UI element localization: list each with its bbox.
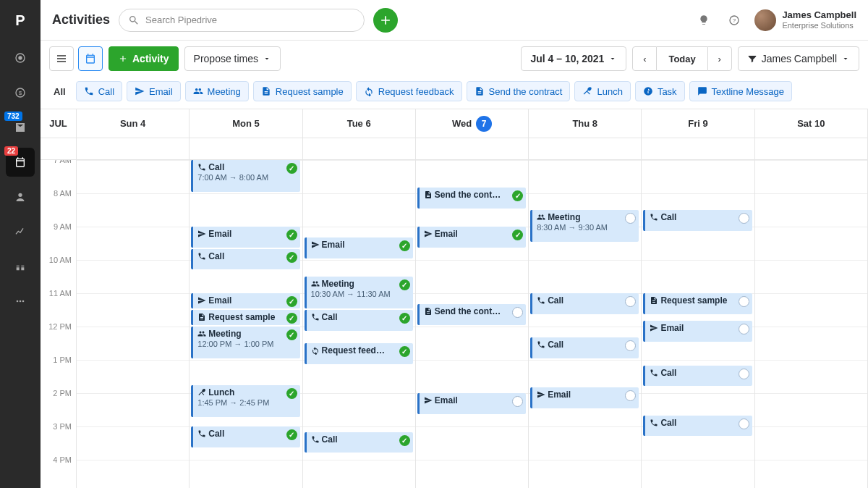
day-column[interactable]: EmailMeeting10:30 AM → 11:30 AMCallReque… (303, 160, 416, 488)
nav-activities[interactable]: 22 (6, 148, 35, 177)
status-open-icon[interactable] (739, 418, 749, 429)
event-call[interactable]: Call (191, 249, 299, 269)
day-column[interactable] (77, 160, 190, 488)
filter-chip-send-the-contract[interactable]: Send the contract (467, 81, 571, 101)
status-open-icon[interactable] (512, 307, 523, 318)
date-range-button[interactable]: Jul 4 – 10, 2021 (521, 46, 626, 71)
status-done-icon[interactable] (286, 230, 297, 240)
filter-chip-email[interactable]: Email (127, 81, 181, 101)
doc-icon (424, 190, 433, 199)
event-email[interactable]: Email (417, 227, 526, 248)
status-done-icon[interactable] (399, 313, 410, 324)
status-done-icon[interactable] (286, 163, 297, 174)
nav-mail[interactable]: 732 (6, 113, 35, 142)
event-email[interactable]: Email (191, 293, 299, 308)
status-done-icon[interactable] (286, 329, 297, 340)
add-button[interactable] (373, 8, 398, 33)
status-open-icon[interactable] (625, 390, 636, 401)
filter-chip-call[interactable]: Call (76, 81, 122, 101)
prev-week-button[interactable]: ‹ (632, 46, 657, 71)
status-done-icon[interactable] (399, 435, 410, 446)
filter-chip-task[interactable]: Task (635, 81, 685, 101)
event-email[interactable]: Email (191, 227, 299, 248)
status-open-icon[interactable] (625, 296, 636, 307)
status-done-icon[interactable] (399, 240, 410, 251)
propose-times-button[interactable]: Propose times (184, 46, 281, 71)
filter-chip-textline-message[interactable]: Textline Message (689, 81, 792, 101)
view-list[interactable] (49, 46, 74, 71)
event-email[interactable]: Email (530, 387, 639, 408)
day-column[interactable]: CallRequest sampleEmailCallCall (642, 160, 754, 488)
event-send-the-cont-[interactable]: Send the cont… (417, 304, 526, 325)
status-open-icon[interactable] (625, 213, 636, 224)
status-open-icon[interactable] (739, 369, 749, 379)
status-done-icon[interactable] (286, 252, 297, 263)
status-open-icon[interactable] (625, 340, 636, 351)
event-call[interactable]: Call7:00 AM → 8:00 AM (191, 160, 299, 192)
day-header[interactable]: Thu 8 (529, 109, 642, 138)
day-header[interactable]: Sun 4 (77, 109, 190, 138)
event-request-sample[interactable]: Request sample (191, 310, 299, 325)
day-header[interactable]: Wed7 (416, 109, 529, 138)
status-done-icon[interactable] (512, 190, 523, 201)
event-email[interactable]: Email (643, 321, 752, 342)
event-call[interactable]: Call (305, 432, 413, 453)
status-done-icon[interactable] (286, 313, 297, 324)
search-input[interactable]: Search Pipedrive (119, 9, 365, 32)
add-activity-button[interactable]: Activity (109, 46, 179, 71)
status-done-icon[interactable] (399, 346, 410, 357)
next-week-button[interactable]: › (707, 46, 732, 71)
filter-chip-request-sample[interactable]: Request sample (253, 81, 352, 101)
lunch-icon (197, 388, 206, 397)
filter-chip-meeting[interactable]: Meeting (185, 81, 249, 101)
status-done-icon[interactable] (399, 279, 410, 290)
event-meeting[interactable]: Meeting10:30 AM → 11:30 AM (305, 277, 413, 308)
user-menu[interactable]: James Campbell Enterprise Solutions (754, 9, 856, 31)
event-call[interactable]: Call (305, 310, 413, 331)
view-calendar[interactable] (78, 46, 103, 71)
event-call[interactable]: Call (643, 210, 752, 231)
nav-focus[interactable] (6, 43, 35, 72)
event-call[interactable]: Call (530, 293, 639, 314)
nav-contacts[interactable] (6, 182, 35, 211)
status-open-icon[interactable] (512, 396, 523, 407)
day-column[interactable] (755, 160, 868, 488)
event-call[interactable]: Call (191, 426, 299, 447)
event-call[interactable]: Call (530, 337, 639, 358)
day-column[interactable]: Meeting8:30 AM → 9:30 AMCallCallEmail (529, 160, 642, 488)
filter-all[interactable]: All (49, 86, 70, 97)
today-button[interactable]: Today (657, 46, 707, 71)
event-send-the-cont-[interactable]: Send the cont… (417, 188, 526, 209)
event-call[interactable]: Call (643, 366, 752, 386)
day-header[interactable]: Sat 10 (755, 109, 868, 138)
event-request-sample[interactable]: Request sample (643, 293, 752, 314)
status-open-icon[interactable] (739, 213, 749, 224)
status-done-icon[interactable] (512, 230, 523, 240)
filter-chip-request-feedback[interactable]: Request feedback (356, 81, 462, 101)
event-meeting[interactable]: Meeting12:00 PM → 1:00 PM (191, 327, 299, 358)
day-column[interactable]: Call7:00 AM → 8:00 AMEmailCallEmailReque… (190, 160, 302, 488)
event-request-feed-[interactable]: Request feed… (305, 343, 413, 364)
day-header[interactable]: Fri 9 (642, 109, 754, 138)
status-done-icon[interactable] (286, 296, 297, 307)
event-lunch[interactable]: Lunch1:45 PM → 2:45 PM (191, 385, 299, 417)
nav-more[interactable] (6, 287, 35, 316)
status-done-icon[interactable] (286, 388, 297, 399)
status-open-icon[interactable] (739, 296, 749, 307)
filter-chip-lunch[interactable]: Lunch (574, 81, 630, 101)
day-column[interactable]: Send the cont…EmailSend the cont…Email (416, 160, 529, 488)
status-done-icon[interactable] (286, 429, 297, 440)
nav-deals[interactable]: $ (6, 78, 35, 107)
nav-insights[interactable] (6, 217, 35, 246)
event-call[interactable]: Call (643, 416, 752, 436)
event-email[interactable]: Email (305, 237, 413, 258)
day-header[interactable]: Mon 5 (190, 109, 302, 138)
status-open-icon[interactable] (739, 324, 749, 335)
day-header[interactable]: Tue 6 (303, 109, 416, 138)
event-email[interactable]: Email (417, 393, 526, 414)
nav-products[interactable] (6, 252, 35, 281)
event-meeting[interactable]: Meeting8:30 AM → 9:30 AM (530, 210, 639, 242)
user-filter-button[interactable]: James Campbell (738, 46, 859, 71)
help-icon[interactable]: ? (724, 10, 744, 30)
tips-icon[interactable] (694, 10, 714, 30)
